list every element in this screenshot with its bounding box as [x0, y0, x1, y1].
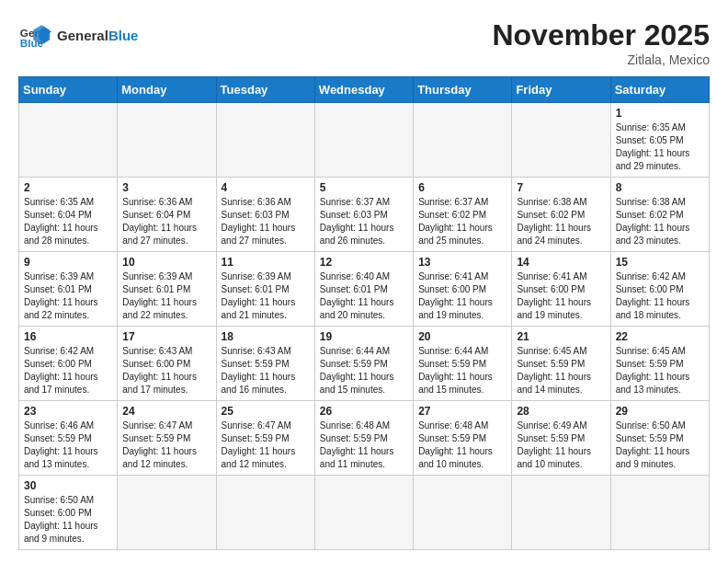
- calendar-header-row: SundayMondayTuesdayWednesdayThursdayFrid…: [19, 77, 710, 103]
- day-number: 23: [24, 405, 112, 418]
- calendar-cell: 25Sunrise: 6:47 AM Sunset: 5:59 PM Dayli…: [216, 401, 314, 476]
- calendar-cell: [512, 103, 610, 178]
- day-info: Sunrise: 6:47 AM Sunset: 5:59 PM Dayligh…: [222, 419, 310, 471]
- day-info: Sunrise: 6:36 AM Sunset: 6:04 PM Dayligh…: [122, 196, 210, 247]
- calendar-cell: 27Sunrise: 6:48 AM Sunset: 5:59 PM Dayli…: [414, 401, 512, 476]
- title-block: November 2025 Zitlala, Mexico: [492, 18, 710, 67]
- day-number: 22: [616, 330, 704, 343]
- day-info: Sunrise: 6:45 AM Sunset: 5:59 PM Dayligh…: [517, 345, 605, 396]
- logo-icon: General Blue: [18, 18, 51, 52]
- day-number: 11: [222, 256, 310, 269]
- calendar-cell: 21Sunrise: 6:45 AM Sunset: 5:59 PM Dayli…: [512, 327, 610, 401]
- calendar-cell: 20Sunrise: 6:44 AM Sunset: 5:59 PM Dayli…: [414, 327, 512, 401]
- day-info: Sunrise: 6:40 AM Sunset: 6:01 PM Dayligh…: [320, 270, 408, 322]
- calendar-cell: 13Sunrise: 6:41 AM Sunset: 6:00 PM Dayli…: [414, 252, 512, 327]
- day-header-monday: Monday: [118, 77, 216, 103]
- day-number: 18: [222, 330, 310, 343]
- day-number: 12: [320, 256, 408, 269]
- calendar-cell: 15Sunrise: 6:42 AM Sunset: 6:00 PM Dayli…: [610, 252, 709, 327]
- day-number: 21: [517, 330, 605, 343]
- calendar-week-2: 2Sunrise: 6:35 AM Sunset: 6:04 PM Daylig…: [19, 178, 710, 252]
- calendar-cell: 5Sunrise: 6:37 AM Sunset: 6:03 PM Daylig…: [314, 178, 413, 252]
- day-info: Sunrise: 6:48 AM Sunset: 5:59 PM Dayligh…: [418, 419, 506, 471]
- day-info: Sunrise: 6:42 AM Sunset: 6:00 PM Dayligh…: [616, 270, 704, 322]
- day-info: Sunrise: 6:47 AM Sunset: 5:59 PM Dayligh…: [122, 419, 210, 471]
- calendar-cell: [512, 476, 610, 550]
- calendar: SundayMondayTuesdayWednesdayThursdayFrid…: [18, 76, 710, 550]
- calendar-cell: [118, 476, 216, 550]
- day-info: Sunrise: 6:38 AM Sunset: 6:02 PM Dayligh…: [616, 196, 704, 247]
- calendar-cell: 12Sunrise: 6:40 AM Sunset: 6:01 PM Dayli…: [314, 252, 413, 327]
- day-number: 17: [122, 330, 210, 343]
- day-info: Sunrise: 6:50 AM Sunset: 5:59 PM Dayligh…: [616, 419, 704, 471]
- day-number: 28: [517, 405, 605, 418]
- calendar-cell: 2Sunrise: 6:35 AM Sunset: 6:04 PM Daylig…: [19, 178, 118, 252]
- day-number: 26: [320, 405, 408, 418]
- day-number: 10: [122, 256, 210, 269]
- calendar-cell: 10Sunrise: 6:39 AM Sunset: 6:01 PM Dayli…: [118, 252, 216, 327]
- day-number: 25: [222, 405, 310, 418]
- calendar-week-4: 16Sunrise: 6:42 AM Sunset: 6:00 PM Dayli…: [19, 327, 710, 401]
- day-number: 20: [418, 330, 506, 343]
- day-header-friday: Friday: [512, 77, 610, 103]
- day-info: Sunrise: 6:50 AM Sunset: 6:00 PM Dayligh…: [24, 494, 112, 546]
- calendar-week-5: 23Sunrise: 6:46 AM Sunset: 5:59 PM Dayli…: [19, 401, 710, 476]
- calendar-cell: 29Sunrise: 6:50 AM Sunset: 5:59 PM Dayli…: [610, 401, 709, 476]
- calendar-cell: 1Sunrise: 6:35 AM Sunset: 6:05 PM Daylig…: [610, 103, 709, 178]
- day-header-tuesday: Tuesday: [216, 77, 314, 103]
- calendar-cell: [118, 103, 216, 178]
- day-number: 30: [24, 479, 112, 492]
- day-number: 7: [517, 181, 605, 194]
- day-number: 14: [517, 256, 605, 269]
- calendar-cell: 18Sunrise: 6:43 AM Sunset: 5:59 PM Dayli…: [216, 327, 314, 401]
- day-info: Sunrise: 6:45 AM Sunset: 5:59 PM Dayligh…: [616, 345, 704, 396]
- day-info: Sunrise: 6:43 AM Sunset: 5:59 PM Dayligh…: [222, 345, 310, 396]
- day-header-saturday: Saturday: [610, 77, 709, 103]
- calendar-cell: 22Sunrise: 6:45 AM Sunset: 5:59 PM Dayli…: [610, 327, 709, 401]
- day-number: 27: [418, 405, 506, 418]
- day-info: Sunrise: 6:46 AM Sunset: 5:59 PM Dayligh…: [24, 419, 112, 471]
- calendar-cell: [314, 476, 413, 550]
- calendar-cell: [216, 476, 314, 550]
- day-number: 6: [418, 181, 506, 194]
- calendar-cell: [414, 476, 512, 550]
- day-info: Sunrise: 6:38 AM Sunset: 6:02 PM Dayligh…: [517, 196, 605, 247]
- calendar-cell: 14Sunrise: 6:41 AM Sunset: 6:00 PM Dayli…: [512, 252, 610, 327]
- day-number: 1: [616, 107, 704, 120]
- day-info: Sunrise: 6:42 AM Sunset: 6:00 PM Dayligh…: [24, 345, 112, 396]
- calendar-cell: 26Sunrise: 6:48 AM Sunset: 5:59 PM Dayli…: [314, 401, 413, 476]
- calendar-cell: [414, 103, 512, 178]
- day-number: 8: [616, 181, 704, 194]
- calendar-cell: 16Sunrise: 6:42 AM Sunset: 6:00 PM Dayli…: [19, 327, 118, 401]
- day-info: Sunrise: 6:37 AM Sunset: 6:03 PM Dayligh…: [320, 196, 408, 247]
- day-header-thursday: Thursday: [414, 77, 512, 103]
- day-number: 9: [24, 256, 112, 269]
- day-number: 2: [24, 181, 112, 194]
- day-info: Sunrise: 6:41 AM Sunset: 6:00 PM Dayligh…: [418, 270, 506, 322]
- day-info: Sunrise: 6:44 AM Sunset: 5:59 PM Dayligh…: [418, 345, 506, 396]
- day-number: 3: [122, 181, 210, 194]
- day-number: 4: [222, 181, 310, 194]
- calendar-cell: 19Sunrise: 6:44 AM Sunset: 5:59 PM Dayli…: [314, 327, 413, 401]
- calendar-week-1: 1Sunrise: 6:35 AM Sunset: 6:05 PM Daylig…: [19, 103, 710, 178]
- day-info: Sunrise: 6:49 AM Sunset: 5:59 PM Dayligh…: [517, 419, 605, 471]
- calendar-cell: 23Sunrise: 6:46 AM Sunset: 5:59 PM Dayli…: [19, 401, 118, 476]
- day-number: 19: [320, 330, 408, 343]
- day-info: Sunrise: 6:44 AM Sunset: 5:59 PM Dayligh…: [320, 345, 408, 396]
- day-number: 13: [418, 256, 506, 269]
- location: Zitlala, Mexico: [492, 52, 710, 67]
- day-number: 24: [122, 405, 210, 418]
- calendar-cell: 8Sunrise: 6:38 AM Sunset: 6:02 PM Daylig…: [610, 178, 709, 252]
- calendar-cell: [610, 476, 709, 550]
- calendar-cell: [216, 103, 314, 178]
- day-info: Sunrise: 6:37 AM Sunset: 6:02 PM Dayligh…: [418, 196, 506, 247]
- day-info: Sunrise: 6:35 AM Sunset: 6:05 PM Dayligh…: [616, 121, 704, 173]
- calendar-cell: 6Sunrise: 6:37 AM Sunset: 6:02 PM Daylig…: [414, 178, 512, 252]
- day-info: Sunrise: 6:48 AM Sunset: 5:59 PM Dayligh…: [320, 419, 408, 471]
- day-info: Sunrise: 6:43 AM Sunset: 6:00 PM Dayligh…: [122, 345, 210, 396]
- day-info: Sunrise: 6:39 AM Sunset: 6:01 PM Dayligh…: [222, 270, 310, 322]
- calendar-cell: 17Sunrise: 6:43 AM Sunset: 6:00 PM Dayli…: [118, 327, 216, 401]
- calendar-cell: 4Sunrise: 6:36 AM Sunset: 6:03 PM Daylig…: [216, 178, 314, 252]
- calendar-cell: 9Sunrise: 6:39 AM Sunset: 6:01 PM Daylig…: [19, 252, 118, 327]
- calendar-cell: 28Sunrise: 6:49 AM Sunset: 5:59 PM Dayli…: [512, 401, 610, 476]
